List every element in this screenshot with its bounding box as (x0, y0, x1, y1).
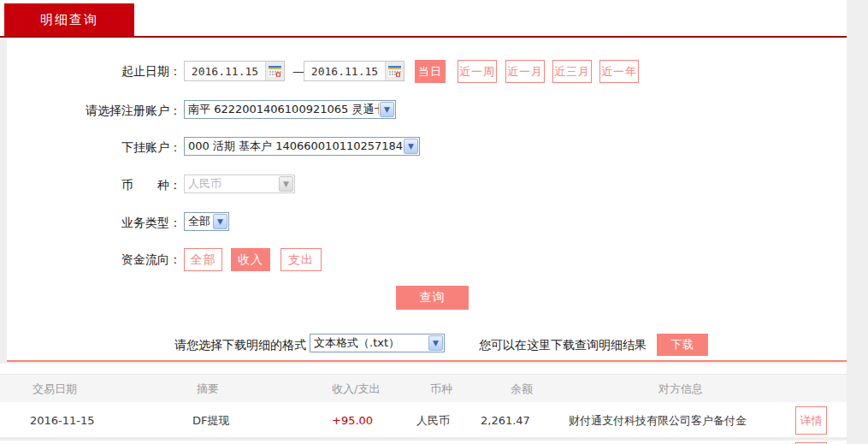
currency-select: 人民币 ▼ (184, 175, 295, 193)
chevron-down-icon[interactable]: ▼ (404, 139, 418, 154)
calendar-icon[interactable] (385, 62, 404, 80)
register-account-select[interactable]: 南平 6222001406100921065 灵通卡 ▼ (184, 100, 396, 119)
quick-range-year-button[interactable]: 近一年 (599, 60, 639, 83)
cell-currency: 人民币 (416, 402, 450, 439)
business-type-select[interactable]: 全部 ▼ (184, 212, 229, 231)
header-summary: 摘要 (197, 375, 219, 403)
table-header-row: 交易日期 摘要 收入/支出 币种 余额 对方信息 (0, 374, 847, 402)
fund-flow-expense-button[interactable]: 支出 (280, 248, 322, 271)
download-button[interactable]: 下载 (657, 334, 708, 356)
end-date-input[interactable]: 2016.11.15 (304, 61, 404, 81)
quick-range-today-button[interactable]: 当日 (415, 60, 446, 83)
detail-query-page: 明细查询 起止日期： 2016.11.15 (0, 0, 868, 444)
currency-label: 币 种： (7, 175, 181, 195)
download-format-label: 请您选择下载明细的格式 (58, 334, 306, 355)
table-top-gap (0, 364, 847, 374)
calendar-icon[interactable] (265, 62, 284, 80)
download-format-select[interactable]: 文本格式（.txt） ▼ (310, 334, 445, 352)
table-row-partial: 详情 (0, 441, 847, 444)
date-range-label: 起止日期： (7, 61, 181, 81)
cell-balance: 2,261.47 (481, 402, 530, 439)
header-date: 交易日期 (32, 375, 77, 403)
chevron-down-icon[interactable]: ▼ (380, 102, 394, 117)
start-date-input[interactable]: 2016.11.15 (184, 61, 285, 81)
business-type-label: 业务类型： (7, 212, 181, 233)
header-amount: 收入/支出 (332, 375, 380, 403)
chevron-down-icon[interactable]: ▼ (213, 214, 227, 229)
end-date-value[interactable]: 2016.11.15 (304, 65, 385, 78)
start-date-value[interactable]: 2016.11.15 (185, 65, 265, 78)
cell-amount: +95.00 (332, 402, 373, 439)
sub-account-value: 000 活期 基本户 1406600101102571848 (185, 139, 403, 154)
sub-account-select[interactable]: 000 活期 基本户 1406600101102571848 ▼ (184, 137, 420, 156)
header-counterparty: 对方信息 (658, 375, 703, 403)
cell-date: 2016-11-15 (30, 402, 95, 439)
sub-account-label: 下挂账户： (7, 137, 181, 157)
tab-detail-query[interactable]: 明细查询 (4, 3, 134, 36)
download-format-value: 文本格式（.txt） (310, 335, 428, 351)
query-button[interactable]: 查询 (396, 286, 469, 310)
fund-flow-income-button[interactable]: 收入 (231, 248, 270, 271)
header-balance: 余额 (511, 375, 533, 403)
register-account-value: 南平 6222001406100921065 灵通卡 (185, 102, 379, 117)
fund-flow-label: 资金流向： (7, 249, 181, 269)
detail-button[interactable]: 详情 (795, 406, 827, 435)
chevron-down-icon[interactable]: ▼ (428, 335, 443, 351)
currency-value: 人民币 (185, 176, 278, 192)
cell-counterparty: 财付通支付科技有限公司客户备付金 (569, 402, 747, 439)
download-hint-text: 您可以在这里下载查询明细结果 (479, 334, 658, 355)
register-account-label: 请选择注册账户： (7, 100, 181, 121)
header-currency: 币种 (430, 375, 452, 403)
tab-bar: 明细查询 (0, 0, 847, 36)
business-type-value: 全部 (185, 214, 212, 229)
quick-range-month-button[interactable]: 近一月 (505, 60, 545, 83)
quick-range-quarter-button[interactable]: 近三月 (552, 60, 592, 83)
table-row: 2016-11-15 DF提现 +95.00 人民币 2,261.47 财付通支… (0, 402, 847, 439)
query-form-panel: 起止日期： 2016.11.15 (7, 38, 847, 362)
chevron-down-icon: ▼ (279, 176, 293, 192)
quick-range-week-button[interactable]: 近一周 (458, 60, 497, 83)
cell-summary: DF提现 (192, 402, 230, 439)
fund-flow-all-button[interactable]: 全部 (184, 248, 222, 271)
